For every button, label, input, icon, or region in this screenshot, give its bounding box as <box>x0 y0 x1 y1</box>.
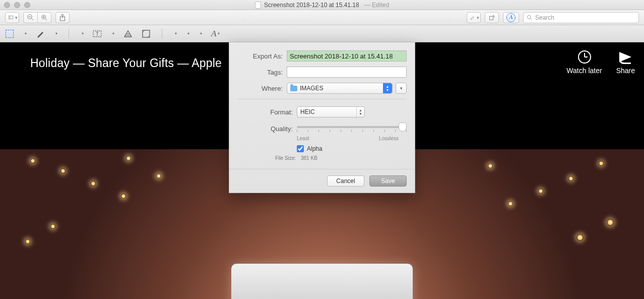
chevron-down-icon: ▾ <box>55 31 57 36</box>
format-popup[interactable]: HEIC ▲▼ <box>297 106 365 117</box>
share-video-button[interactable]: Share <box>616 50 635 75</box>
window-titlebar: Screenshot 2018-12-10 at 15.41.18 — Edit… <box>0 0 644 10</box>
quality-label: Quality: <box>237 125 293 133</box>
info-icon: A <box>506 13 516 22</box>
window-title-text: Screenshot 2018-12-10 at 15.41.18 <box>264 2 359 9</box>
video-title: Holiday — Share Your Gifts — Apple <box>30 56 222 70</box>
share-label: Share <box>616 67 635 75</box>
zoom-out-button[interactable] <box>23 12 37 23</box>
sketch-tool[interactable]: ▾ <box>54 31 57 36</box>
zoom-window-button[interactable] <box>24 2 30 8</box>
chevron-down-icon: ▾ <box>82 31 84 36</box>
chevron-down-icon: ▾ <box>15 15 18 20</box>
slider-thumb[interactable] <box>399 123 407 132</box>
where-popup[interactable]: IMAGES ▲▼ <box>287 83 393 94</box>
shapes-tool[interactable]: ▾ <box>80 31 84 36</box>
watch-later-button[interactable]: Watch later <box>566 50 602 75</box>
svg-line-3 <box>31 18 33 20</box>
filesize-label: File Size: <box>274 155 296 161</box>
chevron-down-icon: ▾ <box>218 31 220 36</box>
filesize-value: 381 KB <box>301 155 317 161</box>
tags-label: Tags: <box>237 69 283 76</box>
search-field[interactable]: Search <box>523 12 639 23</box>
markup-toolbar: ▾ ▾ ▾ T ▾ ▾ <box>0 25 644 42</box>
fill-color-tool[interactable]: ▾ <box>199 31 202 36</box>
quality-slider[interactable] <box>297 123 407 135</box>
line-style-tool[interactable]: ▾ <box>173 31 177 36</box>
chevron-down-icon: ▾ <box>175 31 177 36</box>
search-placeholder: Search <box>535 14 554 21</box>
expand-save-panel-button[interactable]: ▾ <box>396 83 407 94</box>
text-style-tool[interactable]: A ▾ <box>211 29 220 39</box>
window-title: Screenshot 2018-12-10 at 15.41.18 — Edit… <box>255 2 389 9</box>
share-button[interactable] <box>55 12 70 23</box>
popup-arrows-icon: ▲▼ <box>356 107 364 117</box>
text-tool[interactable]: T <box>93 29 102 38</box>
folder-icon <box>290 86 297 91</box>
svg-line-13 <box>531 18 532 20</box>
cancel-button[interactable]: Cancel <box>327 175 364 187</box>
adjust-size-tool[interactable] <box>142 29 151 38</box>
svg-line-6 <box>45 18 47 20</box>
format-label: Format: <box>237 108 293 116</box>
popup-arrows-icon: ▲▼ <box>383 83 392 93</box>
export-as-input[interactable] <box>287 50 407 62</box>
chevron-down-icon: ▾ <box>477 15 479 20</box>
format-value: HEIC <box>300 108 315 115</box>
share-arrow-icon <box>619 52 631 62</box>
minimize-window-button[interactable] <box>14 2 20 8</box>
main-toolbar: ▾ ▾ A Search <box>0 10 644 25</box>
rotate-button[interactable] <box>485 12 499 23</box>
chevron-down-icon: ▾ <box>200 31 202 36</box>
clock-icon <box>578 50 591 64</box>
video-overlay-controls: Watch later Share <box>566 50 635 75</box>
close-window-button[interactable] <box>4 2 10 8</box>
markup-toggle-button[interactable]: ▾ <box>467 12 481 23</box>
svg-text:T: T <box>96 31 99 37</box>
watch-later-label: Watch later <box>566 67 602 75</box>
where-value: IMAGES <box>300 85 324 92</box>
svg-rect-0 <box>9 16 13 19</box>
quality-least-label: Least <box>297 136 309 141</box>
svg-point-12 <box>528 15 531 19</box>
svg-rect-11 <box>490 16 493 20</box>
alpha-label: Alpha <box>307 145 323 152</box>
draw-tool[interactable] <box>36 29 45 38</box>
document-icon <box>255 2 261 9</box>
border-color-tool[interactable]: ▾ <box>186 31 189 36</box>
chevron-down-icon: ▾ <box>112 31 114 36</box>
quality-lossless-label: Lossless <box>379 136 399 141</box>
chevron-down-icon: ▾ <box>187 31 189 36</box>
sign-tool[interactable]: ▾ <box>111 31 114 36</box>
zoom-in-button[interactable] <box>37 12 51 23</box>
window-title-suffix: — Edited <box>364 2 389 9</box>
tags-input[interactable] <box>287 67 407 78</box>
export-as-label: Export As: <box>237 52 283 60</box>
export-sheet: Export As: Tags: Where: IMAGES ▲▼ ▾ Form… <box>229 42 415 193</box>
save-button[interactable]: Save <box>369 175 407 187</box>
info-button[interactable]: A <box>503 12 519 23</box>
search-icon <box>527 15 533 21</box>
alpha-checkbox[interactable] <box>297 145 304 152</box>
chevron-down-icon: ▾ <box>25 31 27 36</box>
adjust-color-tool[interactable] <box>123 29 133 38</box>
traffic-lights <box>4 2 30 8</box>
instant-alpha-tool[interactable]: ▾ <box>23 31 27 36</box>
selection-tool[interactable] <box>5 29 14 38</box>
where-label: Where: <box>237 85 283 92</box>
sidebar-toggle-button[interactable]: ▾ <box>5 12 19 23</box>
